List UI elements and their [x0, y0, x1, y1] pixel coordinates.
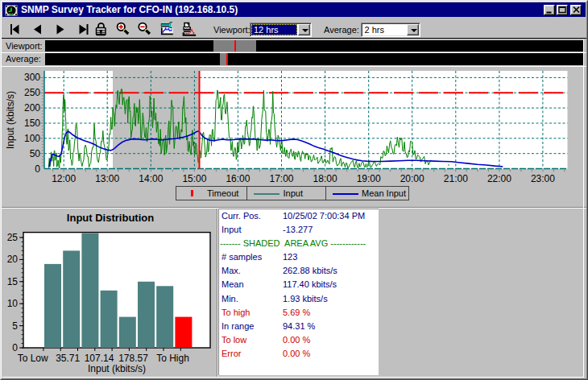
- svg-text:0: 0: [12, 342, 18, 353]
- svg-text:200: 200: [24, 102, 40, 114]
- svg-text:0: 0: [35, 163, 40, 175]
- svg-text:17:00: 17:00: [269, 173, 293, 184]
- svg-text:18:00: 18:00: [313, 173, 337, 184]
- svg-text:15: 15: [7, 276, 19, 287]
- svg-text:15:00: 15:00: [182, 173, 206, 184]
- svg-text:10: 10: [7, 298, 19, 309]
- svg-text:20: 20: [7, 254, 19, 265]
- svg-text:Input (kbits/s): Input (kbits/s): [88, 363, 146, 374]
- svg-text:20:00: 20:00: [400, 173, 424, 184]
- svg-text:19:00: 19:00: [357, 173, 381, 184]
- svg-text:50: 50: [30, 148, 41, 159]
- svg-text:Input Distribution: Input Distribution: [67, 212, 154, 224]
- svg-text:12:00: 12:00: [52, 173, 76, 184]
- svg-text:178.57: 178.57: [118, 353, 148, 364]
- svg-text:35.71: 35.71: [56, 353, 80, 364]
- svg-text:22:00: 22:00: [487, 173, 511, 184]
- svg-text:13:00: 13:00: [95, 173, 119, 184]
- svg-text:150: 150: [24, 118, 40, 129]
- svg-text:300: 300: [24, 72, 40, 83]
- svg-text:To Low: To Low: [18, 353, 48, 364]
- svg-text:25: 25: [7, 232, 19, 243]
- svg-text:100: 100: [24, 133, 40, 144]
- svg-text:Input (kbits/s): Input (kbits/s): [5, 91, 16, 149]
- svg-text:14:00: 14:00: [139, 173, 163, 184]
- svg-text:21:00: 21:00: [444, 173, 468, 184]
- svg-text:23:00: 23:00: [531, 173, 555, 184]
- svg-text:16:00: 16:00: [226, 173, 250, 184]
- svg-text:To High: To High: [156, 353, 189, 364]
- svg-text:5: 5: [12, 320, 18, 332]
- svg-text:107.14: 107.14: [85, 353, 114, 364]
- svg-text:250: 250: [24, 87, 40, 98]
